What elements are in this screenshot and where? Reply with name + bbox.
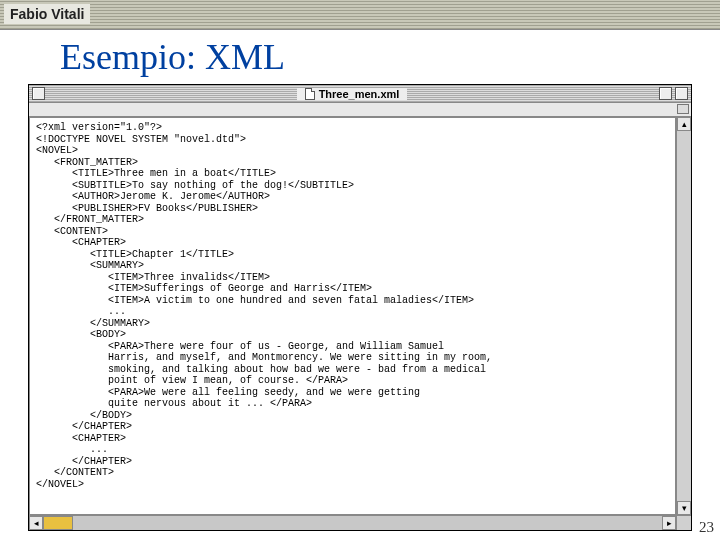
vertical-scrollbar[interactable]: ▴ ▾	[676, 117, 691, 515]
horizontal-scrollbar[interactable]: ◂ ▸	[29, 515, 691, 530]
hscroll-thumb[interactable]	[43, 516, 73, 530]
window-titlebar[interactable]: Three_men.xml	[29, 85, 691, 103]
scroll-down-arrow-icon[interactable]: ▾	[677, 501, 691, 515]
zoom-button[interactable]	[659, 87, 672, 100]
scroll-right-arrow-icon[interactable]: ▸	[662, 516, 676, 530]
titlebar-right-controls	[659, 87, 688, 100]
scroll-left-arrow-icon[interactable]: ◂	[29, 516, 43, 530]
author-label: Fabio Vitali	[4, 4, 90, 24]
close-button[interactable]	[32, 87, 45, 100]
window-subbar	[29, 103, 691, 117]
window-title: Three_men.xml	[297, 88, 408, 100]
page-number: 23	[699, 519, 714, 536]
editor-window: Three_men.xml <?xml version="1.0"?> <!DO…	[28, 84, 692, 531]
slide-header-bar: Fabio Vitali	[0, 0, 720, 30]
collapse-button[interactable]	[675, 87, 688, 100]
document-icon	[305, 88, 315, 100]
filename-label: Three_men.xml	[319, 88, 400, 100]
titlebar-left-controls	[32, 87, 45, 100]
subbar-widget[interactable]	[677, 104, 689, 114]
hscroll-track[interactable]	[73, 516, 662, 530]
code-content[interactable]: <?xml version="1.0"?> <!DOCTYPE NOVEL SY…	[29, 117, 676, 515]
resize-corner[interactable]	[676, 516, 691, 530]
content-wrap: <?xml version="1.0"?> <!DOCTYPE NOVEL SY…	[29, 117, 691, 515]
slide-title: Esempio: XML	[60, 36, 720, 78]
scroll-up-arrow-icon[interactable]: ▴	[677, 117, 691, 131]
